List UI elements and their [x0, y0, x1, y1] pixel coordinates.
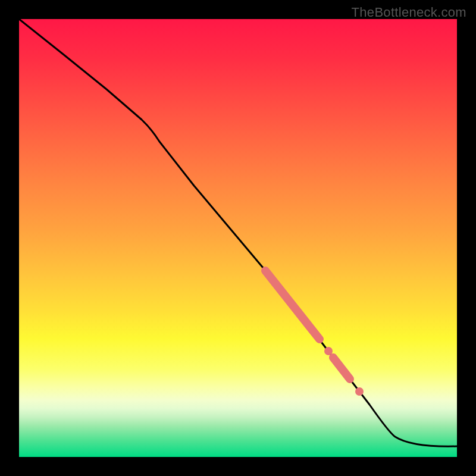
plot-area: [19, 19, 457, 457]
attribution-label: TheBottleneck.com: [352, 5, 466, 20]
marker-pill-1: [265, 271, 320, 339]
marker-pill-2: [333, 358, 350, 379]
plot-svg: [19, 19, 457, 457]
bottleneck-curve: [19, 19, 457, 446]
marker-dot-2: [355, 387, 364, 396]
markers: [265, 271, 364, 396]
chart-stage: TheBottleneck.com: [0, 0, 476, 476]
